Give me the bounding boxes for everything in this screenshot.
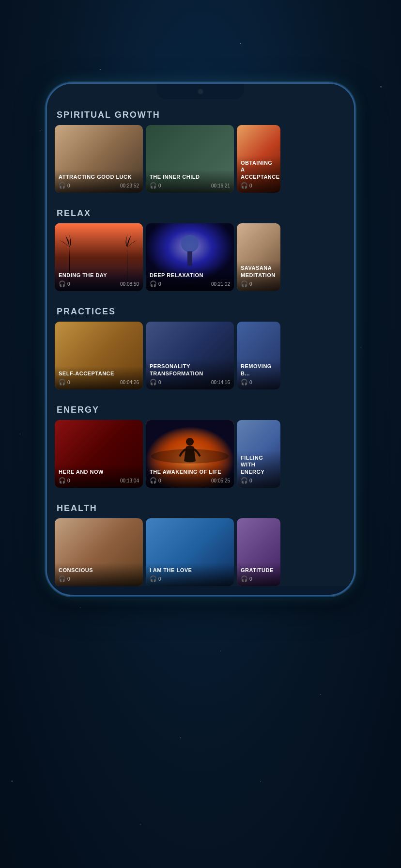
section-relax: RELAX ENDING THE DAY🎧000:08:50 [47,202,354,291]
phone-mockup: SPIRITUAL GROWTHATTRACTING GOOD LUCK🎧000… [46,82,355,596]
card-spiritual-growth-1[interactable]: THE INNER CHILD🎧000:16:21 [146,125,234,193]
card-headphone-relax-0: 🎧0 [59,280,70,287]
card-overlay-spiritual-growth-0: ATTRACTING GOOD LUCK🎧000:23:52 [55,170,143,193]
headphone-count-health-2: 0 [249,576,252,582]
card-energy-1[interactable]: THE AWAKENING OF LIFE🎧000:05:25 [146,420,234,488]
card-practices-2[interactable]: REMOVING B...🎧0 [237,322,280,389]
card-title-health-0: CONSCIOUS [59,567,139,574]
card-overlay-energy-1: THE AWAKENING OF LIFE🎧000:05:25 [146,465,234,488]
card-practices-0[interactable]: SELF-ACCEPTANCE🎧000:04:26 [55,322,143,389]
card-title-health-2: GRATITUDE [241,567,277,574]
card-headphone-spiritual-growth-0: 🎧0 [59,182,70,189]
card-spiritual-growth-2[interactable]: OBTAINING A ACCEPTANCE🎧0 [237,125,280,193]
card-energy-0[interactable]: HERE AND NOW🎧000:13:04 [55,420,143,488]
headphone-icon: 🎧 [150,379,157,386]
card-health-1[interactable]: I AM THE LOVE🎧0 [146,518,234,586]
headphone-icon: 🎧 [150,575,157,582]
card-overlay-practices-2: REMOVING B...🎧0 [237,359,280,389]
card-overlay-practices-1: PERSONALITY TRANSFORMATION🎧000:14:16 [146,359,234,389]
section-title-energy: ENERGY [47,398,354,420]
card-title-spiritual-growth-0: ATTRACTING GOOD LUCK [59,173,139,180]
card-title-energy-0: HERE AND NOW [59,468,139,475]
card-time-energy-0: 00:13:04 [120,478,139,483]
card-time-practices-0: 00:04:26 [120,380,139,385]
card-health-2[interactable]: GRATITUDE🎧0 [237,518,280,586]
card-meta-health-0: 🎧0 [59,575,139,582]
card-relax-0[interactable]: ENDING THE DAY🎧000:08:50 [55,223,143,291]
card-practices-1[interactable]: PERSONALITY TRANSFORMATION🎧000:14:16 [146,322,234,389]
card-health-0[interactable]: CONSCIOUS🎧0 [55,518,143,586]
section-spiritual-growth: SPIRITUAL GROWTHATTRACTING GOOD LUCK🎧000… [47,103,354,193]
headphone-count-spiritual-growth-2: 0 [249,183,252,188]
card-energy-2[interactable]: FILLING WITH ENERGY🎧0 [237,420,280,488]
card-overlay-health-0: CONSCIOUS🎧0 [55,563,143,586]
card-meta-spiritual-growth-1: 🎧000:16:21 [150,182,230,189]
card-meta-relax-2: 🎧0 [241,280,277,287]
headphone-count-energy-1: 0 [158,478,161,483]
headphone-icon: 🎧 [59,575,66,582]
card-overlay-relax-2: SAVASANA MEDITATION🎧0 [237,261,280,291]
card-title-spiritual-growth-2: OBTAINING A ACCEPTANCE [241,159,277,180]
card-spiritual-growth-0[interactable]: ATTRACTING GOOD LUCK🎧000:23:52 [55,125,143,193]
card-overlay-relax-1: DEEP RELAXATION🎧000:21:02 [146,268,234,291]
card-title-practices-1: PERSONALITY TRANSFORMATION [150,363,230,377]
card-title-practices-0: SELF-ACCEPTANCE [59,370,139,377]
card-relax-1[interactable]: DEEP RELAXATION🎧000:21:02 [146,223,234,291]
card-meta-spiritual-growth-2: 🎧0 [241,182,277,189]
headphone-count-health-1: 0 [158,576,161,582]
card-headphone-energy-1: 🎧0 [150,477,161,484]
card-time-spiritual-growth-1: 00:16:21 [211,183,230,188]
card-title-relax-1: DEEP RELAXATION [150,272,230,279]
card-meta-practices-0: 🎧000:04:26 [59,379,139,386]
section-title-relax: RELAX [47,202,354,223]
section-practices: PRACTICESSELF-ACCEPTANCE🎧000:04:26PERSON… [47,300,354,389]
headphone-icon: 🎧 [59,182,66,189]
card-overlay-health-1: I AM THE LOVE🎧0 [146,563,234,586]
card-headphone-health-1: 🎧0 [150,575,161,582]
card-meta-health-1: 🎧0 [150,575,230,582]
headphone-count-practices-1: 0 [158,380,161,385]
card-time-relax-0: 00:08:50 [120,281,139,287]
card-relax-2[interactable]: SAVASANA MEDITATION🎧0 [237,223,280,291]
headphone-icon: 🎧 [241,280,248,287]
card-overlay-health-2: GRATITUDE🎧0 [237,563,280,586]
svg-point-2 [181,235,199,252]
card-title-health-1: I AM THE LOVE [150,567,230,574]
cards-row-practices: SELF-ACCEPTANCE🎧000:04:26PERSONALITY TRA… [47,322,354,389]
section-title-spiritual-growth: SPIRITUAL GROWTH [47,103,354,125]
card-headphone-health-2: 🎧0 [241,575,252,582]
cards-row-spiritual-growth: ATTRACTING GOOD LUCK🎧000:23:52THE INNER … [47,125,354,193]
svg-rect-3 [187,251,192,266]
headphone-icon: 🎧 [59,379,66,386]
section-title-practices: PRACTICES [47,300,354,322]
card-headphone-energy-0: 🎧0 [59,477,70,484]
card-overlay-energy-0: HERE AND NOW🎧000:13:04 [55,465,143,488]
card-time-energy-1: 00:05:25 [211,478,230,483]
headphone-icon: 🎧 [150,477,157,484]
card-meta-practices-1: 🎧000:14:16 [150,379,230,386]
card-overlay-practices-0: SELF-ACCEPTANCE🎧000:04:26 [55,366,143,389]
card-title-spiritual-growth-1: THE INNER CHILD [150,173,230,180]
headphone-icon: 🎧 [150,280,157,287]
card-meta-practices-2: 🎧0 [241,379,277,386]
card-meta-relax-1: 🎧000:21:02 [150,280,230,287]
headphone-count-practices-0: 0 [67,380,70,385]
card-meta-energy-1: 🎧000:05:25 [150,477,230,484]
card-meta-health-2: 🎧0 [241,575,277,582]
card-headphone-spiritual-growth-1: 🎧0 [150,182,161,189]
card-headphone-health-0: 🎧0 [59,575,70,582]
header-section [0,0,401,78]
card-headphone-energy-2: 🎧0 [241,477,252,484]
headphone-icon: 🎧 [150,182,157,189]
card-overlay-energy-2: FILLING WITH ENERGY🎧0 [237,450,280,488]
phone-container: SPIRITUAL GROWTHATTRACTING GOOD LUCK🎧000… [0,78,401,596]
card-title-relax-0: ENDING THE DAY [59,272,139,279]
section-health: HEALTHCONSCIOUS🎧0I AM THE LOVE🎧0GRATITUD… [47,496,354,586]
headphone-icon: 🎧 [241,575,248,582]
card-meta-spiritual-growth-0: 🎧000:23:52 [59,182,139,189]
card-overlay-spiritual-growth-2: OBTAINING A ACCEPTANCE🎧0 [237,155,280,193]
cards-row-health: CONSCIOUS🎧0I AM THE LOVE🎧0GRATITUDE🎧0 [47,518,354,586]
phone-notch [157,84,244,99]
card-meta-energy-2: 🎧0 [241,477,277,484]
card-headphone-relax-1: 🎧0 [150,280,161,287]
